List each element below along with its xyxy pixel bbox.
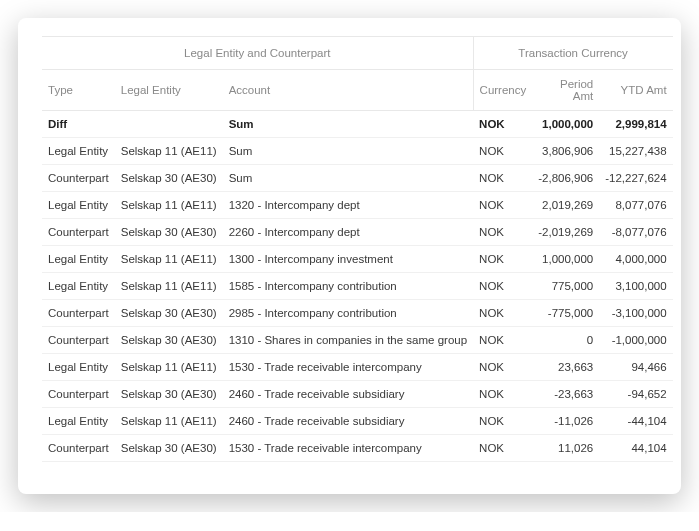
cell-ytd-amt: -12,227,624 [599,165,672,192]
table-row[interactable]: DiffSumNOK1,000,0002,999,814 [42,111,673,138]
cell-account: 2460 - Trade receivable subsidiary [223,381,473,408]
cell-period-amt: 0 [532,327,599,354]
cell-ytd-amt: -44,104 [599,408,672,435]
cell-type: Counterpart [42,327,115,354]
cell-account: 1530 - Trade receivable intercompany [223,435,473,462]
cell-type: Counterpart [42,165,115,192]
cell-type: Legal Entity [42,408,115,435]
cell-account: Sum [223,165,473,192]
cell-currency: NOK [473,435,532,462]
cell-type: Legal Entity [42,246,115,273]
cell-currency: NOK [473,246,532,273]
cell-currency: NOK [473,381,532,408]
cell-account: Sum [223,111,473,138]
group-header-entity: Legal Entity and Counterpart [42,37,473,70]
cell-period-amt: 23,663 [532,354,599,381]
table-row[interactable]: CounterpartSelskap 30 (AE30)SumNOK-2,806… [42,165,673,192]
cell-period-amt: 1,000,000 [532,246,599,273]
cell-legal-entity: Selskap 11 (AE11) [115,138,223,165]
column-header-row: Type Legal Entity Account Currency Perio… [42,70,673,111]
cell-legal-entity [115,111,223,138]
table-row[interactable]: Legal EntitySelskap 11 (AE11)2460 - Trad… [42,408,673,435]
cell-currency: NOK [473,354,532,381]
cell-legal-entity: Selskap 30 (AE30) [115,300,223,327]
table-row[interactable]: CounterpartSelskap 30 (AE30)2260 - Inter… [42,219,673,246]
group-header-currency: Transaction Currency [473,37,673,70]
transactions-table: Legal Entity and Counterpart Transaction… [42,36,673,462]
cell-account: 1530 - Trade receivable intercompany [223,354,473,381]
table-row[interactable]: CounterpartSelskap 30 (AE30)1310 - Share… [42,327,673,354]
cell-ytd-amt: 2,999,814 [599,111,672,138]
cell-currency: NOK [473,300,532,327]
table-row[interactable]: Legal EntitySelskap 11 (AE11)1530 - Trad… [42,354,673,381]
cell-type: Legal Entity [42,192,115,219]
cell-currency: NOK [473,273,532,300]
cell-account: 2460 - Trade receivable subsidiary [223,408,473,435]
cell-ytd-amt: -1,000,000 [599,327,672,354]
cell-legal-entity: Selskap 11 (AE11) [115,246,223,273]
cell-type: Diff [42,111,115,138]
header-account[interactable]: Account [223,70,473,111]
cell-ytd-amt: -8,077,076 [599,219,672,246]
header-legal-entity[interactable]: Legal Entity [115,70,223,111]
cell-currency: NOK [473,408,532,435]
cell-account: 1320 - Intercompany dept [223,192,473,219]
cell-account: 1585 - Intercompany contribution [223,273,473,300]
cell-account: Sum [223,138,473,165]
cell-type: Counterpart [42,300,115,327]
cell-ytd-amt: -94,652 [599,381,672,408]
cell-period-amt: 11,026 [532,435,599,462]
cell-period-amt: 775,000 [532,273,599,300]
cell-ytd-amt: 8,077,076 [599,192,672,219]
table-row[interactable]: Legal EntitySelskap 11 (AE11)SumNOK3,806… [42,138,673,165]
header-currency[interactable]: Currency [473,70,532,111]
table-row[interactable]: CounterpartSelskap 30 (AE30)2985 - Inter… [42,300,673,327]
cell-ytd-amt: 15,227,438 [599,138,672,165]
cell-legal-entity: Selskap 11 (AE11) [115,354,223,381]
cell-type: Legal Entity [42,354,115,381]
cell-type: Counterpart [42,381,115,408]
cell-legal-entity: Selskap 30 (AE30) [115,435,223,462]
cell-legal-entity: Selskap 11 (AE11) [115,273,223,300]
cell-currency: NOK [473,111,532,138]
cell-ytd-amt: 94,466 [599,354,672,381]
cell-currency: NOK [473,219,532,246]
cell-currency: NOK [473,192,532,219]
cell-currency: NOK [473,165,532,192]
cell-legal-entity: Selskap 11 (AE11) [115,408,223,435]
table-row[interactable]: CounterpartSelskap 30 (AE30)2460 - Trade… [42,381,673,408]
cell-legal-entity: Selskap 30 (AE30) [115,327,223,354]
header-ytd-amt[interactable]: YTD Amt [599,70,672,111]
table-row[interactable]: Legal EntitySelskap 11 (AE11)1585 - Inte… [42,273,673,300]
table-row[interactable]: Legal EntitySelskap 11 (AE11)1320 - Inte… [42,192,673,219]
cell-ytd-amt: 4,000,000 [599,246,672,273]
cell-period-amt: 3,806,906 [532,138,599,165]
cell-period-amt: -2,019,269 [532,219,599,246]
cell-period-amt: -11,026 [532,408,599,435]
cell-currency: NOK [473,327,532,354]
cell-account: 1300 - Intercompany investment [223,246,473,273]
cell-period-amt: 2,019,269 [532,192,599,219]
table-row[interactable]: CounterpartSelskap 30 (AE30)1530 - Trade… [42,435,673,462]
cell-legal-entity: Selskap 30 (AE30) [115,381,223,408]
cell-period-amt: -775,000 [532,300,599,327]
cell-period-amt: -23,663 [532,381,599,408]
table-row[interactable]: Legal EntitySelskap 11 (AE11)1300 - Inte… [42,246,673,273]
cell-account: 2985 - Intercompany contribution [223,300,473,327]
cell-period-amt: -2,806,906 [532,165,599,192]
cell-legal-entity: Selskap 11 (AE11) [115,192,223,219]
header-type[interactable]: Type [42,70,115,111]
header-period-amt[interactable]: Period Amt [532,70,599,111]
cell-currency: NOK [473,138,532,165]
cell-type: Counterpart [42,435,115,462]
cell-legal-entity: Selskap 30 (AE30) [115,219,223,246]
column-group-row: Legal Entity and Counterpart Transaction… [42,37,673,70]
cell-ytd-amt: -3,100,000 [599,300,672,327]
cell-period-amt: 1,000,000 [532,111,599,138]
cell-type: Counterpart [42,219,115,246]
cell-ytd-amt: 3,100,000 [599,273,672,300]
cell-type: Legal Entity [42,273,115,300]
data-table-card: Legal Entity and Counterpart Transaction… [18,18,681,494]
cell-account: 1310 - Shares in companies in the same g… [223,327,473,354]
cell-legal-entity: Selskap 30 (AE30) [115,165,223,192]
